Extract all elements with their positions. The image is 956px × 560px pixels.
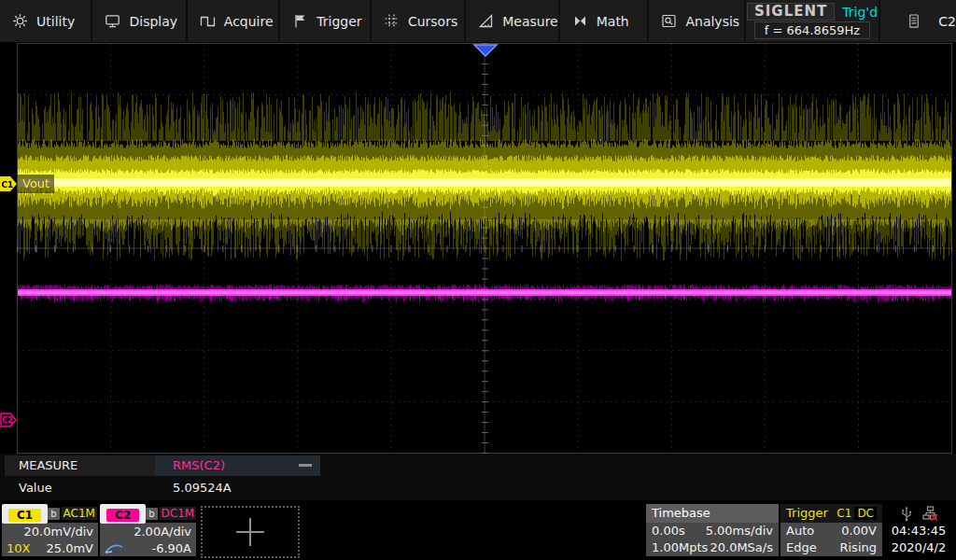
- timebase-scale: 5.00ms/div: [706, 523, 773, 539]
- timebase-points: 1.00Mpts: [652, 539, 708, 556]
- system-status-area: 04:43:45 2020/4/2: [883, 504, 954, 556]
- brand-area: SIGLENT Trig'd f = 664.8659Hz: [746, 0, 881, 42]
- menu-item-label: Analysis: [685, 14, 739, 29]
- svg-text:C2: C2: [3, 416, 13, 425]
- menu-item-label: Acquire: [224, 14, 274, 29]
- trigger-status-badge: Trig'd: [842, 5, 878, 20]
- minimize-dash-icon[interactable]: [299, 464, 312, 467]
- menu-item-measure[interactable]: Measure: [466, 0, 560, 42]
- display-icon: [105, 13, 120, 29]
- measure-panel: MEASURE RMS(C2) Value 5.09524A: [0, 454, 956, 500]
- c1-bandwidth-chip: b: [48, 508, 59, 520]
- analysis-icon: [661, 13, 677, 29]
- trigger-mode: Auto: [786, 523, 814, 539]
- menu-item-label: Cursors: [408, 14, 457, 29]
- menu-item-acquire[interactable]: Acquire: [188, 0, 280, 42]
- usb-icon: [900, 506, 913, 522]
- c1-trace-label: Vout: [18, 175, 54, 193]
- timebase-panel[interactable]: Timebase 0.00s5.00ms/div 1.00Mpts20.0MSa…: [646, 504, 779, 556]
- menu-item-label: Utility: [36, 14, 75, 29]
- menu-item-cursors[interactable]: Cursors: [372, 0, 466, 42]
- math-icon: [572, 13, 588, 29]
- c1-offset: 25.0mV: [46, 541, 93, 555]
- add-channel-box[interactable]: [201, 506, 300, 558]
- trigger-title: Trigger: [786, 504, 828, 523]
- trigger-position-marker[interactable]: [472, 44, 499, 58]
- c1-offset-marker[interactable]: C1: [0, 175, 18, 193]
- measure-panel-title: MEASURE: [5, 455, 166, 476]
- brand-logo: SIGLENT: [747, 3, 835, 21]
- timebase-delay: 0.00s: [652, 523, 685, 539]
- trigger-panel[interactable]: Trigger C1 DC Auto0.00V EdgeRising: [780, 504, 882, 556]
- timebase-sample-rate: 20.0MSa/s: [710, 539, 773, 556]
- system-date: 2020/4/2: [892, 539, 946, 556]
- dialog-channel-label[interactable]: C2: [938, 14, 956, 29]
- system-time: 04:43:45: [892, 523, 946, 539]
- trigger-coupling: DC: [854, 507, 877, 520]
- trigger-source: C1: [836, 504, 851, 523]
- channel-2-box[interactable]: C2 b DC1M 2.00A/div -6.90A: [100, 504, 196, 556]
- bottom-status-bar: C1 b AC1M 20.0mV/div 10X25.0mV C2 b DC1M: [0, 500, 956, 560]
- measure-icon: [478, 13, 494, 29]
- menu-item-label: Math: [597, 14, 629, 29]
- oscilloscope-screen: Utility Display Acquire Trigger Cursors …: [0, 0, 956, 560]
- list-icon[interactable]: [907, 13, 921, 30]
- lan-disconnected-icon: [922, 506, 938, 522]
- flag-icon: [292, 13, 308, 29]
- c2-offset-marker[interactable]: C2: [0, 411, 18, 429]
- current-probe-icon: [105, 542, 123, 553]
- trigger-slope: Rising: [839, 539, 877, 556]
- waveform-display: C1 Vout C2: [0, 42, 956, 454]
- measure-value-label: Value: [19, 478, 52, 498]
- c2-badge: C2: [106, 509, 139, 522]
- c1-scale: 20.0mV/div: [24, 525, 93, 539]
- trigger-type: Edge: [786, 539, 817, 556]
- add-channel-icon: [236, 518, 264, 546]
- menu-item-trigger[interactable]: Trigger: [280, 0, 372, 42]
- measure-slot-label: RMS(C2): [173, 458, 225, 472]
- measure-value: 5.09524A: [173, 478, 232, 498]
- measure-slot-1[interactable]: RMS(C2): [155, 455, 320, 476]
- c1-badge: C1: [8, 509, 41, 522]
- c1-attenuation: 10X: [7, 541, 30, 555]
- c2-offset: -6.90A: [151, 541, 191, 555]
- menu-item-label: Display: [129, 14, 177, 29]
- c2-badge-highlight: C2: [100, 504, 146, 524]
- menu-item-label: Trigger: [316, 14, 361, 29]
- menu-bar: Utility Display Acquire Trigger Cursors …: [0, 0, 956, 42]
- menu-item-label: Measure: [502, 14, 558, 29]
- timebase-title: Timebase: [652, 504, 710, 523]
- menu-item-analysis[interactable]: Analysis: [649, 0, 745, 42]
- acquire-icon: [200, 13, 216, 29]
- channel-1-box[interactable]: C1 b AC1M 20.0mV/div 10X25.0mV: [2, 504, 98, 556]
- c2-bandwidth-chip: b: [146, 508, 157, 520]
- svg-text:C1: C1: [2, 180, 14, 189]
- gear-icon: [12, 13, 28, 29]
- waveform-canvas: [0, 42, 956, 454]
- menu-item-display[interactable]: Display: [92, 0, 187, 42]
- c1-badge-highlight: C1: [2, 504, 48, 524]
- menu-item-math[interactable]: Math: [560, 0, 650, 42]
- menu-item-utility[interactable]: Utility: [0, 0, 92, 42]
- c2-scale: 2.00A/div: [134, 525, 191, 539]
- c2-coupling: DC1M: [160, 507, 197, 520]
- c1-coupling: AC1M: [62, 507, 97, 520]
- active-dialog-indicator: C2: [880, 0, 956, 42]
- trigger-level: 0.00V: [841, 523, 877, 539]
- cursors-icon: [384, 13, 400, 29]
- frequency-counter: f = 664.8659Hz: [754, 21, 870, 39]
